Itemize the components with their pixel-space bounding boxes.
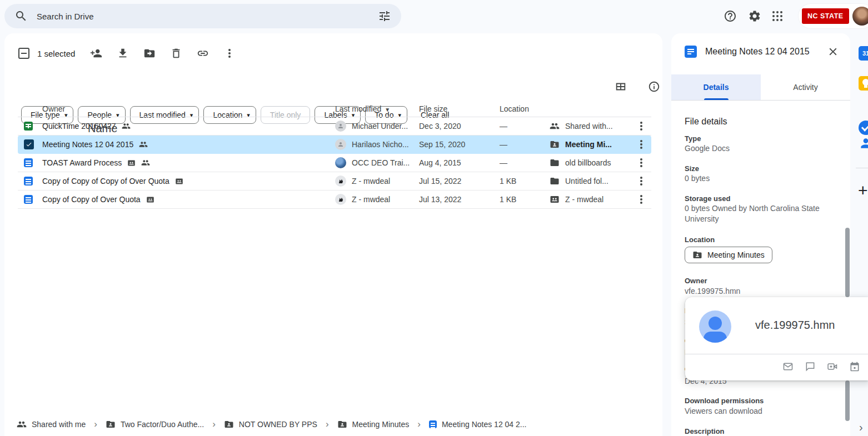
row-more-actions-button[interactable] [632, 191, 650, 208]
table-header: Name Owner Last modified▼ File size Loca… [18, 101, 651, 117]
table-row[interactable]: Copy of Copy of Copy of Over Quota Z - m… [18, 172, 651, 191]
owner-avatar-large [699, 310, 731, 343]
shared-drive-badge-icon [175, 177, 183, 186]
field-label-size: Size [685, 164, 699, 173]
breadcrumb-folder[interactable]: NOT OWNED BY PPS [224, 419, 317, 429]
docs-file-icon [24, 158, 33, 167]
breadcrumb-separator: › [326, 419, 329, 430]
search-options-icon[interactable] [378, 9, 391, 23]
docs-file-icon [429, 420, 437, 428]
column-header-owner[interactable]: Owner [42, 104, 335, 113]
settings-gear-icon[interactable] [748, 9, 761, 23]
close-icon[interactable] [827, 46, 839, 58]
table-row-selected[interactable]: Meeting Notes 12 04 2015 Harilaos Nicho.… [18, 136, 651, 154]
field-value-storage: 0 bytes Owned by North Carolina State Un… [685, 203, 831, 224]
search-icon [14, 9, 28, 23]
google-contacts-icon[interactable] [859, 136, 868, 151]
calendar-icon[interactable] [849, 361, 860, 372]
field-value-type: Google Docs [685, 143, 831, 154]
shared-folder-icon [550, 139, 560, 149]
owner-avatar [335, 139, 346, 150]
breadcrumb-shared-with-me[interactable]: Shared with me [17, 419, 86, 429]
row-more-actions-button[interactable] [632, 136, 650, 153]
divider [856, 168, 868, 168]
shared-people-icon [141, 158, 150, 167]
docs-file-icon [685, 46, 697, 58]
help-icon[interactable] [724, 9, 737, 23]
table-row[interactable]: Copy of Copy of Over Quota Z - mwdeal Ju… [18, 191, 651, 209]
owner-avatar [335, 194, 346, 205]
breadcrumb-separator: › [94, 419, 97, 430]
field-value-size: 0 bytes [685, 173, 831, 184]
field-label-location: Location [685, 235, 715, 244]
shared-drive-icon [550, 194, 560, 204]
file-details-heading: File details [685, 117, 831, 127]
search-input[interactable] [37, 12, 378, 21]
breadcrumb: Shared with me › Two Factor/Duo Authe...… [17, 413, 657, 436]
breadcrumb-folder[interactable]: Meeting Minutes [337, 419, 410, 429]
add-panel-icon[interactable]: + [858, 183, 868, 198]
search-bar[interactable] [4, 4, 401, 28]
chat-icon[interactable] [805, 361, 816, 372]
share-button[interactable] [83, 42, 109, 64]
breadcrumb-current-file[interactable]: Meeting Notes 12 04 2... [429, 420, 527, 429]
chevron-right-icon[interactable]: › [859, 421, 863, 434]
shared-people-icon [122, 122, 131, 131]
field-label-owner: Owner [685, 277, 707, 285]
email-icon[interactable] [782, 361, 794, 372]
org-badge: NC STATE [802, 8, 849, 24]
sort-desc-icon: ▼ [385, 107, 390, 113]
column-header-location[interactable]: Location [500, 104, 550, 113]
tab-details[interactable]: Details [671, 74, 761, 100]
column-header-modified[interactable]: Last modified▼ [335, 104, 419, 113]
video-call-icon[interactable] [827, 361, 838, 372]
hover-card-name: vfe.199975.hmn [755, 319, 835, 332]
select-all-checkbox[interactable] [18, 48, 29, 59]
row-more-actions-button[interactable] [632, 117, 650, 135]
row-more-actions-button[interactable] [632, 154, 650, 172]
shared-folder-icon [337, 419, 347, 429]
row-checkbox-checked[interactable] [24, 139, 34, 149]
panel-title: Meeting Notes 12 04 2015 [705, 47, 819, 57]
location-chip[interactable]: Meeting Minutes [685, 247, 772, 263]
panel-scrollbar-thumb[interactable] [845, 380, 850, 421]
panel-scrollbar-thumb[interactable] [845, 228, 850, 297]
tab-activity[interactable]: Activity [761, 74, 850, 100]
owner-avatar [335, 157, 346, 168]
file-list-panel: 1 selected File type▾ People▾ Last modif… [4, 33, 662, 436]
table-row[interactable]: TOAST Award Process OCC DEO Trai... Aug … [18, 154, 651, 172]
copy-link-button[interactable] [189, 42, 216, 64]
breadcrumb-folder[interactable]: Two Factor/Duo Authe... [106, 419, 204, 429]
shared-with-me-icon [550, 121, 560, 131]
breadcrumb-separator: › [212, 419, 216, 430]
account-chip[interactable]: NC STATE [799, 4, 868, 28]
move-to-folder-button[interactable] [136, 42, 163, 64]
user-avatar[interactable] [852, 7, 868, 26]
info-button[interactable] [641, 76, 667, 98]
download-button[interactable] [109, 42, 136, 64]
google-tasks-icon[interactable] [859, 121, 868, 135]
field-value-download-permissions: Viewers can download [685, 406, 831, 417]
selection-count: 1 selected [37, 49, 75, 58]
shared-folder-icon [692, 250, 702, 260]
shared-drive-badge-icon [127, 159, 136, 167]
google-calendar-icon[interactable]: 31 [859, 46, 868, 61]
breadcrumb-separator: › [417, 419, 421, 430]
field-label-type: Type [685, 134, 701, 143]
more-actions-button[interactable] [216, 42, 243, 64]
docs-file-icon [24, 177, 33, 186]
trash-button[interactable] [163, 42, 189, 64]
field-value-owner: vfe.199975.hmn [685, 286, 831, 297]
column-header-name[interactable]: Name [88, 122, 117, 135]
shared-with-me-icon [17, 419, 27, 429]
field-label-download-permissions: Download permissions [685, 397, 764, 405]
docs-file-icon [24, 195, 33, 204]
google-keep-icon[interactable] [859, 76, 868, 91]
shared-people-icon [139, 140, 148, 149]
row-more-actions-button[interactable] [632, 172, 650, 190]
google-apps-icon[interactable] [772, 11, 782, 21]
field-label-storage: Storage used [685, 194, 730, 203]
grid-view-button[interactable] [607, 76, 634, 98]
field-label-description: Description [685, 427, 725, 435]
column-header-size[interactable]: File size [419, 104, 500, 113]
